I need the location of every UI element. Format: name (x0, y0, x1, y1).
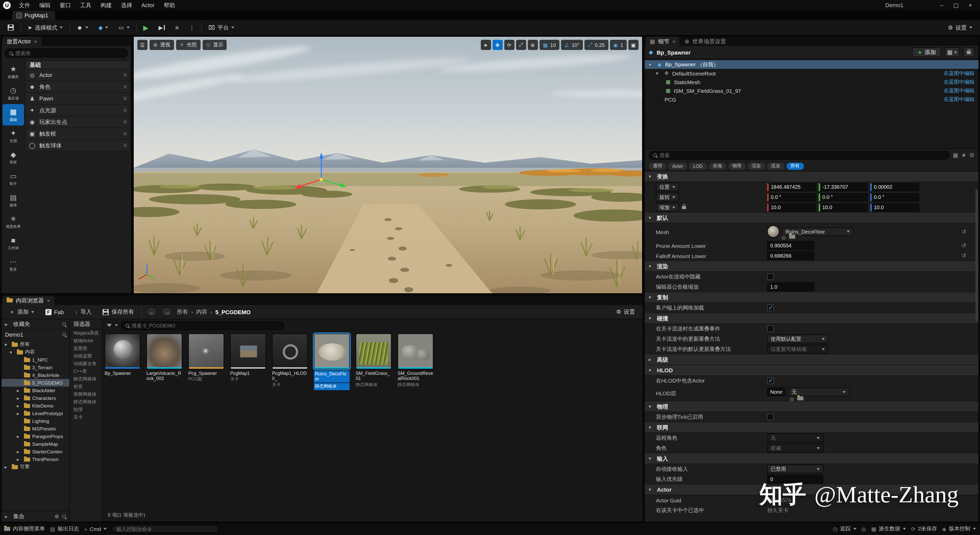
filter-funnel-icon[interactable] (107, 324, 112, 327)
category-media[interactable]: ▤媒体 (3, 190, 24, 211)
content-drawer-button[interactable]: 内容侧滑菜单 (4, 525, 45, 532)
falloff-amount-field[interactable]: 0.698266 (767, 251, 814, 260)
filter-item[interactable]: 材质 (70, 383, 102, 391)
asset-search-input[interactable] (132, 322, 280, 328)
grid-snap-control[interactable]: ▦10 (539, 40, 559, 50)
unreal-logo-icon[interactable]: U (3, 1, 11, 9)
folder-item-selected[interactable]: 5_PCGDEMO (2, 379, 69, 387)
view-options-button[interactable]: ▦ (945, 48, 959, 57)
filter-item[interactable]: 纹理 (70, 406, 102, 414)
filter-item[interactable]: C++类 (70, 368, 102, 375)
asset-pcgmap1[interactable]: PcgMap1 关卡 (230, 333, 266, 390)
placeable-player-start[interactable]: ◉玩家出生点≣ (25, 116, 130, 128)
location-y-field[interactable]: -17.336707 (819, 183, 868, 191)
folder-item[interactable]: ▸ParagonProps (2, 432, 69, 440)
view-mode-dropdown[interactable]: ☀光照 (176, 40, 200, 50)
chip-misc[interactable]: 杂项 (709, 162, 726, 170)
edit-in-blueprint-link[interactable]: 在蓝图中编辑 (944, 87, 974, 94)
favorites-icon[interactable]: ★ (961, 152, 966, 158)
filter-item[interactable]: 关卡 (70, 414, 102, 421)
drag-handle[interactable]: ≣ (123, 84, 127, 89)
folder-engine[interactable]: ▸引擎 (2, 463, 69, 471)
category-visual-effects[interactable]: ✳视觉效果 (3, 211, 24, 233)
platforms-dropdown[interactable]: ⌧ 平台 (205, 22, 238, 33)
placeable-trigger-box[interactable]: ▣触发框≣ (25, 128, 130, 140)
camera-speed-control[interactable]: ◉1 (610, 40, 627, 50)
section-advanced[interactable]: ▸高级 (645, 354, 978, 365)
editor-mode-dropdown[interactable]: ➤ 选择模式 (24, 22, 66, 33)
mesh-thumbnail[interactable] (767, 225, 780, 238)
filter-item[interactable]: 蓝图类 (70, 345, 102, 352)
hidden-in-game-checkbox[interactable] (767, 273, 774, 280)
section-replication[interactable]: ▾复制 (645, 292, 978, 303)
cmd-dropdown[interactable]: »Cmd (84, 526, 107, 532)
breadcrumb-current[interactable]: 5_PCGDEMO (215, 309, 251, 315)
section-physics[interactable]: ▾物理 (645, 402, 978, 412)
asset-pcgmap1-hlod[interactable]: PcgMap1_HLOD0_ 关卡 (272, 333, 308, 390)
edit-in-blueprint-link[interactable]: 在蓝图中编辑 (944, 78, 974, 86)
update-overlaps-dropdown[interactable]: 使用默认配置 (767, 335, 829, 343)
scale-y-field[interactable]: 10.0 (819, 203, 868, 211)
play-button[interactable]: ▶ (140, 22, 152, 33)
scale-x-field[interactable]: 10.0 (767, 203, 816, 211)
filter-item[interactable]: 静态网格体 (70, 398, 102, 406)
minimize-button[interactable]: – (935, 0, 948, 10)
asset-pcg-spawner[interactable]: ✳ Pcg_Spawner PCG图 (188, 333, 224, 390)
placeable-actor[interactable]: ◎Actor≣ (25, 69, 130, 81)
asset-search[interactable] (121, 321, 284, 330)
fab-button[interactable]: FFab (42, 306, 67, 318)
drag-handle[interactable]: ≣ (123, 72, 127, 78)
filter-item[interactable]: 静态网格体 (70, 375, 102, 383)
menu-window[interactable]: 窗口 (56, 0, 75, 10)
browse-to-asset-icon[interactable] (789, 235, 795, 239)
category-lights[interactable]: ✦光源 (3, 125, 24, 147)
rotation-dropdown[interactable]: 旋转 (656, 193, 679, 202)
asset-sm-groundrevealrock[interactable]: SM_GroundRevealRock001 静态网格体 (398, 333, 433, 390)
folder-item[interactable]: MSPresets (2, 425, 69, 432)
save-button[interactable] (4, 22, 18, 33)
forward-button[interactable]: → (162, 307, 173, 317)
play-options-kebab[interactable]: ⋮ (186, 22, 198, 33)
favorites-header[interactable]: ▸收藏夹 (2, 319, 69, 329)
reset-to-default-icon[interactable]: ↺ (962, 229, 966, 235)
component-row-static-mesh[interactable]: ▦ StaticMesh 在蓝图中编辑 (645, 78, 978, 86)
filter-item[interactable]: 动画蓝图 (70, 352, 102, 360)
category-basic[interactable]: ▦基础 (3, 104, 24, 125)
async-physics-checkbox[interactable] (767, 414, 774, 420)
edit-in-blueprint-link[interactable]: 在蓝图中编辑 (944, 70, 974, 77)
asset-ruins-decofloor-selected[interactable]: Ruins_DecoFloor 静态网格体 (314, 333, 350, 390)
rotation-x-field[interactable]: 0.0 ° (767, 193, 816, 201)
breadcrumb-content[interactable]: 内容 (196, 308, 207, 316)
trace-dropdown[interactable]: ◷追踪 (833, 525, 856, 532)
project-header[interactable]: Demo1 (2, 329, 69, 340)
select-tool[interactable]: ➤ (480, 40, 491, 50)
rotation-snap-control[interactable]: ∠10° (561, 40, 583, 50)
placeable-pawn[interactable]: ♟Pawn≣ (25, 93, 130, 105)
frame-skip-button[interactable]: ▶ (155, 22, 169, 33)
asset-large-volcanic-rock[interactable]: LargeVolcanic_Rock_002 (146, 333, 182, 390)
details-scrollbar[interactable] (975, 189, 978, 322)
folder-item[interactable]: ▸StarterConten (2, 448, 69, 456)
chip-physics[interactable]: 物理 (728, 162, 746, 170)
folder-item[interactable]: 4_BlackHole (2, 371, 69, 379)
revision-control-dropdown[interactable]: ◈版本控制 (942, 525, 976, 532)
folder-item[interactable]: ▸ThirdPerson (2, 456, 69, 463)
close-icon[interactable]: × (47, 298, 50, 303)
asset-sm-fieldgrass[interactable]: SM_FieldGrass_01 静态网格体 (356, 333, 391, 390)
section-transform[interactable]: ▾变换 (645, 171, 978, 182)
folder-all[interactable]: ▾所有 (2, 341, 69, 348)
scale-lock-icon[interactable] (682, 206, 686, 209)
insights-button[interactable]: ◎ (861, 526, 866, 532)
viewport-options-hamburger[interactable]: ☰ (137, 40, 148, 50)
console-command-input[interactable] (116, 526, 215, 532)
close-icon[interactable]: × (673, 38, 676, 44)
stop-button[interactable]: ■ (172, 22, 183, 33)
prune-amount-field[interactable]: 0.950554 (767, 241, 814, 250)
chip-all[interactable]: 所有 (786, 162, 803, 170)
close-icon[interactable]: × (34, 38, 37, 44)
section-hlod[interactable]: ▾HLOD (645, 365, 978, 376)
drag-handle[interactable]: ≣ (123, 131, 127, 136)
scale-dropdown[interactable]: 缩放 (656, 203, 679, 212)
details-search[interactable] (649, 151, 950, 159)
folder-item[interactable]: ▸BlackAlder (2, 387, 69, 394)
